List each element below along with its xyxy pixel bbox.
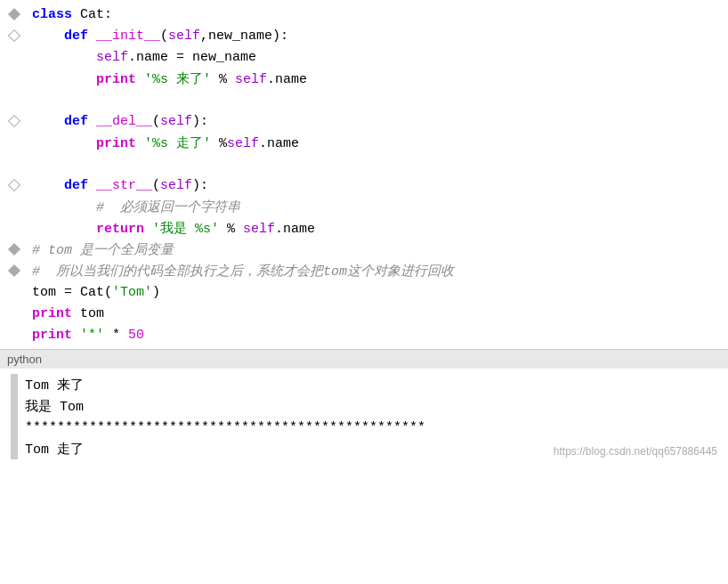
gutter-13 bbox=[0, 266, 28, 275]
indent-7 bbox=[32, 136, 96, 151]
kw-print-4: print bbox=[96, 72, 144, 87]
line-content-13: # 所以当我们的代码全部执行之后，系统才会把tom这个对象进行回收 bbox=[28, 263, 728, 280]
paren-14: ) bbox=[152, 285, 160, 300]
op-4: % bbox=[211, 72, 235, 87]
output-line-1: Tom 来了 bbox=[11, 374, 717, 395]
line-content-11: return '我是 %s' % self.name bbox=[28, 220, 728, 237]
kw-print-16: print bbox=[32, 328, 80, 343]
code-line-7: print '%s 走了' %self.name bbox=[0, 132, 728, 153]
params-2: ,new_name): bbox=[200, 28, 288, 44]
gutter-empty-3 bbox=[10, 53, 19, 61]
indent-9 bbox=[32, 178, 64, 193]
gutter-empty-16 bbox=[10, 330, 19, 339]
attr-7: .name bbox=[259, 136, 299, 151]
line-content-7: print '%s 走了' %self.name bbox=[28, 134, 728, 151]
gutter-empty-7 bbox=[10, 138, 19, 147]
comment-13: # 所以当我们的代码全部执行之后，系统才会把tom这个对象进行回收 bbox=[32, 264, 454, 280]
output-line-2: 我是 Tom bbox=[11, 395, 717, 417]
gutter-empty-11 bbox=[10, 223, 19, 232]
method-str: __str__ bbox=[96, 178, 152, 193]
gutter-16 bbox=[0, 330, 28, 339]
code-line-8 bbox=[0, 153, 728, 174]
gutter-3 bbox=[0, 53, 28, 61]
output-text-3: ****************************************… bbox=[25, 420, 425, 435]
indent-6 bbox=[32, 114, 64, 129]
code-line-16: print '*' * 50 bbox=[0, 324, 728, 345]
gutter-empty-15 bbox=[10, 309, 19, 318]
output-gutter-3 bbox=[11, 417, 18, 438]
gutter-square-6 bbox=[8, 115, 20, 127]
params-9: ): bbox=[192, 178, 208, 193]
line-content-14: tom = Cat('Tom') bbox=[28, 285, 728, 300]
line-content-15: print tom bbox=[28, 306, 728, 321]
output-line-3: ****************************************… bbox=[11, 417, 717, 438]
kw-class: class bbox=[32, 7, 80, 22]
gutter-10 bbox=[0, 202, 28, 211]
indent-3 bbox=[32, 50, 96, 65]
assign-3: .name = new_name bbox=[128, 50, 256, 65]
gutter-square-2 bbox=[8, 29, 20, 42]
self-6: self bbox=[160, 114, 192, 129]
line-content-5 bbox=[28, 93, 728, 108]
code-line-10: # 必须返回一个字符串 bbox=[0, 196, 728, 217]
gutter-empty-4 bbox=[10, 74, 19, 83]
method-del: __del__ bbox=[96, 114, 152, 129]
indent-4 bbox=[32, 72, 96, 87]
kw-def-9: def bbox=[64, 178, 96, 193]
gutter-15 bbox=[0, 309, 28, 318]
attr-4: .name bbox=[267, 72, 307, 87]
gutter-diamond-12 bbox=[8, 243, 20, 256]
line-content-2: def __init__(self,new_name): bbox=[28, 28, 728, 44]
self-2: self bbox=[168, 28, 200, 44]
str-7: '%s 走了' bbox=[144, 136, 211, 151]
var-15: tom bbox=[80, 306, 104, 321]
code-line-15: print tom bbox=[0, 303, 728, 324]
code-editor: class Cat: def __init__(self,new_name): … bbox=[0, 0, 728, 350]
output-wrapper: python Tom 来了 我是 Tom *******************… bbox=[0, 350, 728, 465]
self-3: self bbox=[96, 50, 128, 65]
gutter-empty-8 bbox=[10, 159, 19, 168]
op-7: % bbox=[211, 136, 227, 151]
str-16: '*' bbox=[80, 328, 104, 343]
indent-11 bbox=[32, 222, 96, 237]
comment-12: # tom 是一个全局变量 bbox=[32, 243, 174, 258]
gutter-square-9 bbox=[8, 179, 20, 191]
self-7: self bbox=[227, 136, 259, 151]
classname: Cat: bbox=[80, 7, 112, 22]
code-line-3: self.name = new_name bbox=[0, 46, 728, 68]
num-16: 50 bbox=[128, 328, 144, 343]
gutter-4 bbox=[0, 74, 28, 83]
gutter-diamond-13 bbox=[8, 264, 20, 277]
indent-2 bbox=[32, 28, 64, 44]
code-line-5 bbox=[0, 89, 728, 110]
gutter-empty-10 bbox=[10, 202, 19, 211]
str-4: '%s 来了' bbox=[144, 72, 211, 87]
output-text-1: Tom 来了 bbox=[25, 377, 84, 393]
comment-10: # 必须返回一个字符串 bbox=[96, 200, 240, 215]
line-content-8 bbox=[28, 157, 728, 172]
gutter-empty-14 bbox=[10, 288, 19, 296]
code-14: tom = Cat( bbox=[32, 285, 112, 300]
gutter-12 bbox=[0, 245, 28, 254]
code-line-1: class Cat: bbox=[0, 4, 728, 25]
line-content-6: def __del__(self): bbox=[28, 114, 728, 129]
gutter-1 bbox=[0, 10, 28, 19]
output-label: python bbox=[0, 350, 728, 369]
self-9: self bbox=[160, 178, 192, 193]
self-11: self bbox=[243, 222, 275, 237]
line-content-1: class Cat: bbox=[28, 7, 728, 22]
code-line-14: tom = Cat('Tom') bbox=[0, 281, 728, 303]
line-content-9: def __str__(self): bbox=[28, 178, 728, 193]
str-11: '我是 %s' bbox=[152, 222, 219, 237]
kw-def-2: def bbox=[64, 28, 96, 44]
gutter-2 bbox=[0, 31, 28, 40]
code-line-6: def __del__(self): bbox=[0, 110, 728, 132]
kw-print-7: print bbox=[96, 136, 144, 151]
paren-9: ( bbox=[152, 178, 160, 193]
code-line-2: def __init__(self,new_name): bbox=[0, 25, 728, 46]
kw-return-11: return bbox=[96, 222, 152, 237]
gutter-8 bbox=[0, 159, 28, 168]
gutter-11 bbox=[0, 223, 28, 232]
op-11: % bbox=[219, 222, 243, 237]
attr-11: .name bbox=[275, 222, 315, 237]
